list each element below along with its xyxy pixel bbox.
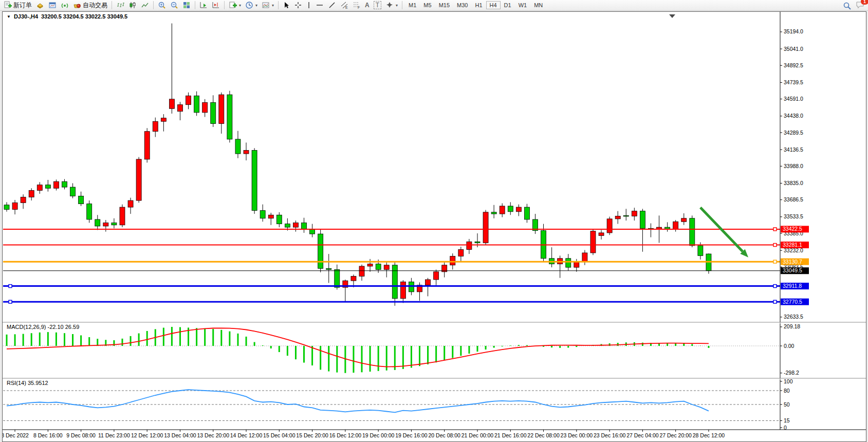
bar-chart-button[interactable]: [115, 1, 126, 10]
auto-scroll-button[interactable]: [198, 1, 209, 10]
time-tick-label: 16 Dec 12:00: [329, 432, 362, 438]
chart-shift-button[interactable]: [210, 1, 221, 10]
tile-windows-button[interactable]: [181, 1, 192, 10]
candle-body: [640, 211, 645, 229]
candle-body: [483, 212, 488, 243]
macd-tick-label: 209.18: [784, 323, 800, 329]
candle-body: [599, 233, 604, 235]
periods-button[interactable]: ▾: [244, 1, 259, 10]
candle-body: [359, 266, 364, 277]
timeframe-mn-button[interactable]: MN: [530, 1, 546, 9]
price-tick-label: 35041.0: [784, 46, 803, 52]
candle-body: [698, 246, 703, 256]
search-icon[interactable]: [843, 2, 852, 10]
timeframe-m15-button[interactable]: M15: [435, 1, 453, 9]
time-tick-label: 9 Dec 08:00: [66, 432, 96, 438]
time-tick-label: 11 Dec 23:00: [98, 432, 130, 438]
candle-body: [21, 197, 26, 203]
toolbar-separator: [402, 1, 402, 9]
candle-body: [70, 187, 76, 196]
zoom-out-button[interactable]: [169, 1, 180, 10]
line-chart-button[interactable]: [139, 1, 151, 10]
hline-price-label: 33281.1: [783, 242, 802, 248]
hline-handle[interactable]: [773, 285, 777, 288]
crosshair-tool-button[interactable]: [292, 1, 304, 10]
candle-body: [79, 196, 84, 204]
new-order-button[interactable]: 新订单: [2, 1, 33, 10]
candle-body: [211, 102, 216, 123]
candle-body: [4, 205, 9, 210]
autotrading-icon: [73, 1, 81, 9]
cursor-tool-button[interactable]: [281, 1, 291, 10]
candle-body: [161, 118, 166, 122]
toolbar-separator: [153, 1, 154, 9]
price-tick-label: 33988.0: [784, 163, 803, 169]
price-tick-label: 32633.5: [784, 314, 803, 320]
candle-body: [87, 204, 92, 219]
time-tick-label: 13 Dec 20:00: [197, 432, 230, 438]
dropdown-icon: ▾: [396, 3, 398, 8]
chart-title: ▼ DJ30-,H4 33200.5 33204.5 33022.5 33049…: [7, 13, 127, 20]
zoom-in-button[interactable]: [156, 1, 168, 10]
arrows-icon: [385, 1, 394, 9]
candle-body: [590, 231, 596, 253]
candle-body: [219, 95, 224, 123]
chart-menu-arrow-icon[interactable]: ▼: [7, 14, 11, 19]
candlestick-chart-button[interactable]: [127, 1, 138, 10]
timeframe-m5-button[interactable]: M5: [420, 1, 435, 9]
candle-body: [29, 191, 34, 197]
chart-window-button[interactable]: [47, 1, 58, 10]
timeframe-m1-button[interactable]: M1: [405, 1, 420, 9]
label-tool-button[interactable]: T: [372, 1, 383, 10]
candle-body: [95, 219, 100, 226]
timeframe-d1-button[interactable]: D1: [501, 1, 515, 9]
timeframe-h1-button[interactable]: H1: [471, 1, 486, 9]
hline-handle[interactable]: [773, 300, 777, 303]
horizontal-line-tool-button[interactable]: [314, 1, 325, 10]
gold-cube-button[interactable]: [34, 1, 46, 10]
candle-body: [302, 223, 307, 229]
hline-price-label: 33130.7: [783, 259, 802, 265]
hline-handle[interactable]: [9, 300, 12, 303]
chart-shift-icon: [212, 1, 220, 9]
new-chart-button[interactable]: ▾: [227, 1, 243, 10]
hline-handle[interactable]: [773, 260, 777, 263]
macd-tick-label: 0.00: [784, 343, 795, 349]
candle-body: [392, 265, 397, 299]
templates-button[interactable]: ▾: [260, 1, 275, 10]
time-tick-label: 27 Dec 20:00: [659, 432, 692, 438]
autotrading-button[interactable]: 自动交易: [71, 1, 109, 10]
toolbar-right: 1: [843, 1, 865, 11]
signals-button[interactable]: [59, 1, 70, 10]
arrows-tool-button[interactable]: ▾: [384, 1, 399, 10]
time-tick-label: 19 Dec 00:00: [362, 432, 395, 438]
rsi-label: RSI(14) 35.9512: [7, 380, 48, 386]
hline-handle[interactable]: [773, 228, 777, 231]
chat-button[interactable]: 1: [856, 1, 865, 11]
rsi-tick-label: 15: [784, 417, 790, 423]
candle-body: [260, 211, 265, 218]
dropdown-icon: ▾: [239, 3, 241, 8]
candle-body: [426, 280, 431, 285]
trendline-tool-button[interactable]: [326, 1, 338, 10]
candle-body: [227, 95, 232, 139]
fibonacci-tool-button[interactable]: F: [351, 1, 362, 10]
hline-price-label: 33422.5: [783, 226, 802, 232]
candle-body: [268, 215, 273, 218]
candle-body: [136, 159, 141, 200]
timeframe-h4-button[interactable]: H4: [486, 1, 501, 9]
price-tick-label: 35194.0: [784, 28, 803, 34]
hline-handle[interactable]: [9, 285, 12, 288]
timeframe-w1-button[interactable]: W1: [515, 1, 531, 9]
hline-handle[interactable]: [773, 244, 777, 247]
price-chart[interactable]: 35194.035041.034892.534739.534591.034438…: [3, 12, 866, 441]
channel-tool-button[interactable]: E: [339, 1, 350, 10]
candle-body: [45, 185, 50, 189]
chart-window: ▼ DJ30-,H4 33200.5 33204.5 33022.5 33049…: [2, 11, 866, 442]
chart-window-icon: [48, 1, 57, 9]
candle-body: [144, 132, 150, 159]
timeframe-m30-button[interactable]: M30: [453, 1, 471, 9]
text-tool-button[interactable]: A: [363, 1, 371, 9]
vertical-line-tool-button[interactable]: [305, 1, 313, 10]
dropdown-icon: ▾: [272, 3, 274, 8]
